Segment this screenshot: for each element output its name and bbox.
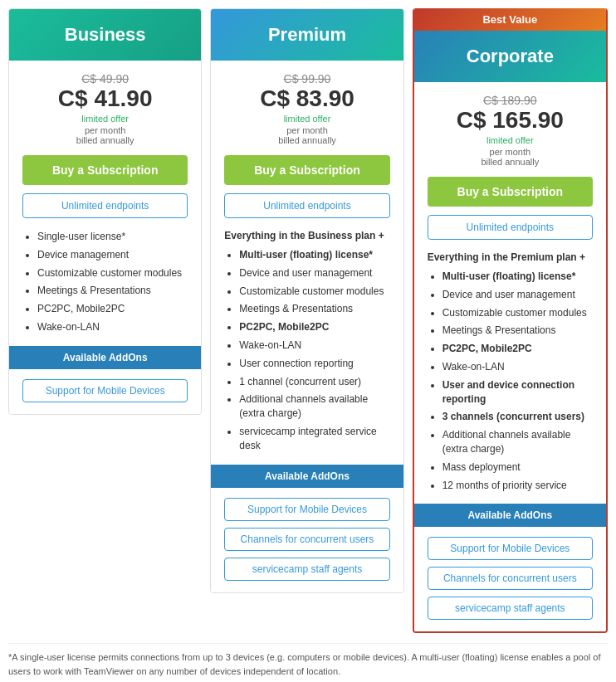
feature-item: PC2PC, Mobile2PC: [37, 302, 188, 316]
addon-button[interactable]: Support for Mobile Devices: [224, 498, 389, 521]
addons-header-premium: Available AddOns: [211, 465, 403, 488]
feature-item: 12 months of priority service: [442, 479, 593, 493]
addon-button[interactable]: Support for Mobile Devices: [22, 379, 188, 402]
subscribe-button-premium[interactable]: Buy a Subscription: [224, 155, 389, 185]
feature-item: User and device connection reporting: [442, 378, 593, 407]
feature-item: Customizable customer modules: [37, 266, 188, 280]
features-list-premium: Multi-user (floating) license*Device and…: [224, 248, 389, 453]
feature-item: Wake-on-LAN: [37, 320, 188, 334]
feature-item: Single-user license*: [37, 230, 188, 244]
feature-item: Meetings & Presentations: [37, 284, 188, 298]
feature-item: servicecamp integrated service desk: [239, 425, 389, 453]
billing-info-corporate: per monthbilled annually: [428, 147, 593, 167]
addon-button[interactable]: Channels for concurrent users: [224, 528, 389, 551]
billing-info-business: per monthbilled annually: [22, 125, 188, 145]
addons-header-business: Available AddOns: [9, 346, 201, 369]
best-value-banner: Best Value: [414, 8, 606, 31]
plan-header-premium: Premium: [211, 9, 403, 61]
feature-item: Device and user management: [442, 288, 593, 302]
features-intro-premium: Everything in the Business plan +: [224, 230, 389, 241]
footnote: *A single-user license permits connectio…: [8, 643, 608, 678]
endpoints-button-corporate[interactable]: Unlimited endpoints: [428, 215, 593, 240]
price-new-corporate: C$ 165.90: [428, 107, 593, 134]
pricing-container: Business C$ 49.90C$ 41.90limited offerpe…: [8, 8, 608, 633]
endpoints-button-premium[interactable]: Unlimited endpoints: [224, 193, 389, 218]
feature-item: Multi-user (floating) license*: [442, 270, 593, 284]
feature-item: 1 channel (concurrent user): [239, 375, 389, 389]
feature-item: Wake-on-LAN: [239, 339, 389, 353]
subscribe-button-business[interactable]: Buy a Subscription: [22, 155, 188, 185]
features-intro-corporate: Everything in the Premium plan +: [428, 251, 593, 263]
feature-item: Multi-user (floating) license*: [239, 248, 389, 262]
feature-item: Mass deployment: [442, 460, 593, 475]
plan-name-corporate: Corporate: [423, 46, 598, 67]
addon-button[interactable]: Channels for concurrent users: [428, 567, 593, 590]
price-old-corporate: C$ 189.90: [428, 94, 593, 107]
addon-button[interactable]: servicecamp staff agents: [224, 558, 389, 581]
feature-item: PC2PC, Mobile2PC: [239, 320, 389, 334]
addons-section-business: Available AddOnsSupport for Mobile Devic…: [22, 346, 188, 402]
feature-item: Meetings & Presentations: [239, 302, 389, 316]
price-old-premium: C$ 99.90: [224, 72, 389, 85]
addons-buttons-corporate: Support for Mobile DevicesChannels for c…: [428, 527, 593, 620]
limited-offer-business: limited offer: [22, 114, 188, 124]
plan-body-corporate: C$ 189.90C$ 165.90limited offerper month…: [414, 82, 606, 631]
price-new-premium: C$ 83.90: [224, 85, 389, 112]
addons-buttons-business: Support for Mobile Devices: [22, 369, 188, 402]
plan-name-business: Business: [17, 24, 193, 46]
addons-section-premium: Available AddOnsSupport for Mobile Devic…: [224, 465, 389, 581]
feature-item: Meetings & Presentations: [442, 324, 593, 338]
features-list-business: Single-user license*Device managementCus…: [22, 230, 188, 334]
price-new-business: C$ 41.90: [22, 85, 188, 112]
feature-item: 3 channels (concurrent users): [442, 410, 593, 424]
addons-buttons-premium: Support for Mobile DevicesChannels for c…: [224, 488, 389, 581]
feature-item: Wake-on-LAN: [442, 360, 593, 374]
endpoints-button-business[interactable]: Unlimited endpoints: [22, 193, 188, 218]
addon-button[interactable]: servicecamp staff agents: [428, 597, 593, 620]
price-old-business: C$ 49.90: [22, 72, 188, 85]
billing-info-premium: per monthbilled annually: [224, 125, 389, 145]
plan-card-corporate: Best Value Corporate C$ 189.90C$ 165.90l…: [413, 8, 608, 633]
addon-button[interactable]: Support for Mobile Devices: [428, 537, 593, 560]
limited-offer-corporate: limited offer: [428, 135, 593, 145]
plan-body-premium: C$ 99.90C$ 83.90limited offerper monthbi…: [211, 61, 403, 592]
plan-name-premium: Premium: [219, 24, 394, 46]
feature-item: Additional channels available (extra cha…: [442, 428, 593, 456]
addons-section-corporate: Available AddOnsSupport for Mobile Devic…: [428, 504, 593, 620]
feature-item: User connection reporting: [239, 357, 389, 371]
subscribe-button-corporate[interactable]: Buy a Subscription: [428, 177, 593, 207]
feature-item: Customizable customer modules: [442, 306, 593, 320]
addons-header-corporate: Available AddOns: [414, 504, 606, 527]
feature-item: Device management: [37, 248, 188, 262]
features-list-corporate: Multi-user (floating) license*Device and…: [428, 270, 593, 492]
feature-item: Additional channels available (extra cha…: [239, 392, 389, 421]
feature-item: Device and user management: [239, 266, 389, 280]
limited-offer-premium: limited offer: [224, 114, 389, 124]
plan-card-premium: Premium C$ 99.90C$ 83.90limited offerper…: [210, 8, 403, 593]
plan-header-corporate: Corporate: [414, 31, 606, 82]
feature-item: PC2PC, Mobile2PC: [442, 342, 593, 356]
plan-card-business: Business C$ 49.90C$ 41.90limited offerpe…: [8, 8, 202, 415]
plan-body-business: C$ 49.90C$ 41.90limited offerper monthbi…: [9, 61, 201, 414]
feature-item: Customizable customer modules: [239, 285, 389, 299]
plan-header-business: Business: [9, 9, 201, 61]
